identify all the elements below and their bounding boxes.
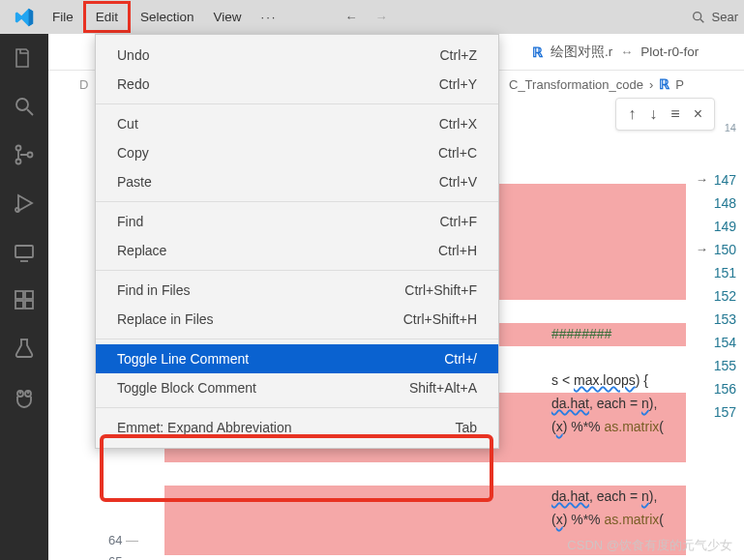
- menu-view[interactable]: View: [204, 4, 252, 30]
- nav-back-icon[interactable]: ←: [344, 10, 357, 24]
- menu-overflow[interactable]: ···: [252, 4, 287, 30]
- line-number-gutter: 14 →147 148 149 →150 151 152 153 154 155…: [696, 116, 736, 424]
- menu-item-paste[interactable]: PasteCtrl+V: [96, 167, 498, 196]
- r-file-icon: ℝ: [659, 76, 670, 92]
- svg-point-2: [16, 99, 28, 110]
- svg-line-3: [27, 109, 33, 115]
- edit-dropdown: UndoCtrl+ZRedoCtrl+YCutCtrl+XCopyCtrl+CP…: [95, 34, 499, 449]
- r-file-icon: ℝ: [532, 44, 543, 60]
- search-placeholder: Sear: [712, 10, 738, 24]
- copilot-icon[interactable]: [12, 384, 37, 409]
- svg-point-0: [693, 12, 700, 19]
- menu-item-emmet-expand-abbreviation[interactable]: Emmet: Expand AbbreviationTab: [96, 413, 498, 442]
- menu-item-find[interactable]: FindCtrl+F: [96, 207, 498, 236]
- menu-item-toggle-block-comment[interactable]: Toggle Block CommentShift+Alt+A: [96, 373, 498, 402]
- menu-edit[interactable]: Edit: [83, 1, 131, 33]
- menu-bar: File Edit Selection View ··· ← → Sear: [0, 0, 744, 34]
- source-control-icon[interactable]: [12, 142, 37, 167]
- breadcrumb-file[interactable]: P: [675, 77, 684, 92]
- menu-item-replace-in-files[interactable]: Replace in FilesCtrl+Shift+H: [96, 305, 498, 334]
- testing-icon[interactable]: [12, 336, 37, 361]
- svg-point-7: [15, 208, 19, 212]
- breadcrumb-segment[interactable]: C_Transformation_code: [509, 77, 643, 92]
- menu-item-cut[interactable]: CutCtrl+X: [96, 109, 498, 138]
- svg-rect-10: [25, 291, 33, 299]
- prev-match-icon[interactable]: ↑: [628, 105, 636, 123]
- menu-item-find-in-files[interactable]: Find in FilesCtrl+Shift+F: [96, 276, 498, 305]
- menu-item-undo[interactable]: UndoCtrl+Z: [96, 41, 498, 70]
- svg-point-15: [20, 393, 21, 394]
- menu-selection[interactable]: Selection: [131, 4, 204, 30]
- svg-rect-11: [15, 301, 23, 309]
- svg-rect-8: [15, 246, 33, 257]
- search-box[interactable]: Sear: [691, 10, 744, 25]
- run-debug-icon[interactable]: [12, 191, 37, 216]
- menu-item-replace[interactable]: ReplaceCtrl+H: [96, 236, 498, 265]
- menu-item-toggle-line-comment[interactable]: Toggle Line CommentCtrl+/: [96, 344, 498, 373]
- menu-item-copy[interactable]: CopyCtrl+C: [96, 138, 498, 167]
- svg-point-16: [28, 393, 29, 394]
- tab-file-2[interactable]: Plot-r0-for: [640, 44, 699, 59]
- svg-point-6: [28, 153, 33, 158]
- search-activity-icon[interactable]: [12, 94, 37, 119]
- selection-icon[interactable]: ≡: [670, 105, 679, 123]
- watermark: CSDN @饮食有度的元气少女: [567, 537, 732, 554]
- activity-bar: [0, 34, 48, 560]
- explorer-icon[interactable]: [12, 45, 37, 71]
- tab-file-1[interactable]: 绘图对照.r: [551, 44, 612, 61]
- svg-rect-12: [25, 301, 33, 309]
- svg-point-4: [16, 146, 21, 151]
- extensions-icon[interactable]: [12, 287, 37, 312]
- vscode-logo-icon: [14, 7, 35, 28]
- svg-rect-9: [15, 291, 23, 299]
- svg-line-1: [700, 19, 703, 22]
- nav-forward-icon[interactable]: →: [374, 10, 387, 24]
- svg-point-5: [16, 160, 21, 164]
- menu-item-redo[interactable]: RedoCtrl+Y: [96, 70, 498, 99]
- next-match-icon[interactable]: ↓: [649, 105, 657, 123]
- remote-icon[interactable]: [12, 239, 37, 264]
- search-icon: [691, 10, 706, 25]
- menu-file[interactable]: File: [43, 4, 83, 30]
